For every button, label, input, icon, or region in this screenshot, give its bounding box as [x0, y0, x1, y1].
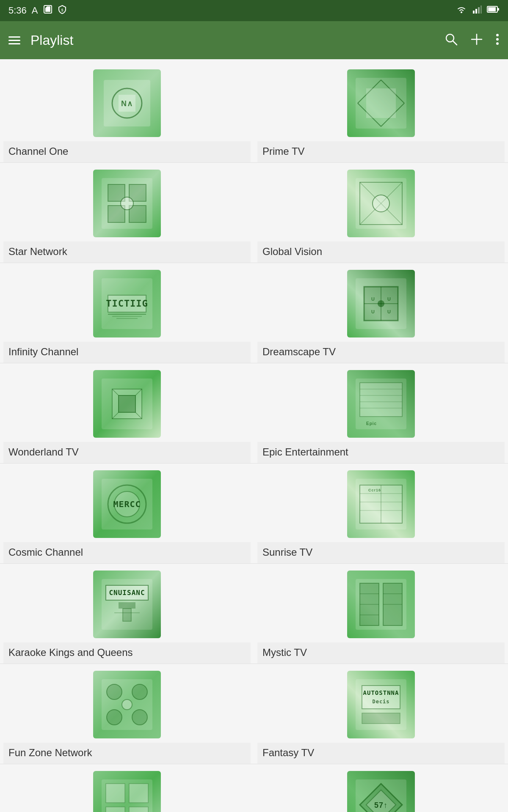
channel-item[interactable]: Ccr16 Sunrise TV: [254, 464, 508, 564]
channel-item[interactable]: Mystic TV: [254, 564, 508, 664]
svg-text:AUTOSTNNA: AUTOSTNNA: [363, 689, 399, 696]
svg-rect-57: [119, 395, 135, 412]
channel-item[interactable]: Sparkle Channel: [0, 764, 254, 812]
svg-point-96: [132, 684, 147, 700]
channel-item[interactable]: CNUISANC Karaoke Kings and Queens: [0, 564, 254, 664]
svg-point-17: [496, 38, 499, 41]
channel-thumbnail: [347, 571, 415, 638]
app-bar-actions: [444, 33, 500, 48]
channel-thumbnail: [93, 671, 161, 738]
channel-item[interactable]: Global Vision: [254, 163, 508, 263]
channel-thumbnail: Ccr16: [347, 470, 415, 538]
svg-text:U: U: [387, 309, 391, 314]
battery-icon: [487, 5, 500, 16]
svg-marker-2: [45, 6, 50, 8]
svg-rect-8: [480, 5, 482, 14]
channel-name: Infinity Channel: [3, 342, 251, 363]
svg-rect-106: [106, 784, 125, 803]
channel-item[interactable]: AUTOSTNNA Decis Fantasy TV: [254, 664, 508, 764]
search-button[interactable]: [444, 33, 458, 48]
channel-thumbnail: AUTOSTNNA Decis: [347, 671, 415, 738]
channel-item[interactable]: TICTIIG Infinity Channel: [0, 263, 254, 363]
channel-thumbnail: U U U U: [347, 270, 415, 337]
svg-point-97: [107, 710, 122, 725]
channel-item[interactable]: 57↑ Fantasy TV: [254, 764, 508, 812]
channel-thumbnail: [93, 170, 161, 237]
wifi-icon: [456, 5, 467, 16]
channel-name: Global Vision: [257, 241, 505, 263]
svg-text:Ccr16: Ccr16: [368, 488, 381, 492]
shield-icon: $: [58, 5, 67, 16]
status-bar: 5:36 A $: [0, 0, 508, 21]
channel-thumbnail: N∧: [93, 69, 161, 137]
more-button[interactable]: [495, 33, 500, 48]
svg-text:57↑: 57↑: [374, 801, 388, 809]
channel-thumbnail: 57↑: [347, 771, 415, 812]
channel-item[interactable]: Fun Zone Network: [0, 664, 254, 764]
svg-text:MERCC: MERCC: [113, 499, 141, 509]
svg-rect-5: [473, 11, 475, 14]
channel-item[interactable]: Epic Epic Entertainment: [254, 363, 508, 464]
channel-thumbnail: Epic: [347, 370, 415, 438]
channel-name: Epic Entertainment: [257, 442, 505, 463]
svg-text:N∧: N∧: [121, 99, 133, 108]
svg-point-98: [132, 710, 147, 725]
channel-item[interactable]: Star Network: [0, 163, 254, 263]
channel-name: Fun Zone Network: [3, 743, 251, 764]
channel-name: Star Network: [3, 241, 251, 263]
channel-item[interactable]: N∧ Channel One: [0, 63, 254, 163]
svg-point-18: [496, 42, 499, 45]
svg-rect-10: [488, 7, 496, 11]
svg-text:U: U: [371, 296, 375, 302]
channel-name: Channel One: [3, 141, 251, 162]
page-title: Playlist: [30, 33, 434, 48]
svg-rect-63: [360, 383, 402, 417]
notification-icon: A: [32, 5, 38, 16]
app-bar: Playlist: [0, 21, 508, 59]
signal-icon: [472, 5, 482, 16]
channel-name: Sunrise TV: [257, 542, 505, 563]
svg-rect-28: [366, 88, 396, 118]
svg-point-34: [121, 197, 133, 210]
svg-text:TICTIIG: TICTIIG: [106, 298, 148, 309]
channel-name: Karaoke Kings and Queens: [3, 642, 251, 664]
channel-thumbnail: TICTIIG: [93, 270, 161, 337]
svg-line-13: [453, 41, 457, 45]
add-button[interactable]: [470, 33, 483, 48]
channel-name: Dreamscape TV: [257, 342, 505, 363]
svg-rect-6: [475, 9, 477, 14]
channel-item[interactable]: U U U U Dreamscape TV: [254, 263, 508, 363]
svg-rect-83: [119, 602, 135, 609]
sim-icon: [43, 5, 52, 16]
channel-grid: N∧ Channel One Pri: [0, 63, 508, 812]
channel-thumbnail: [347, 69, 415, 137]
svg-text:Decis: Decis: [372, 699, 389, 705]
svg-rect-107: [129, 784, 148, 803]
channel-name: Mystic TV: [257, 642, 505, 664]
channel-thumbnail: CNUISANC: [93, 571, 161, 638]
svg-rect-84: [123, 609, 131, 621]
svg-point-99: [122, 700, 132, 710]
channel-thumbnail: [347, 170, 415, 237]
channel-item[interactable]: Prime TV: [254, 63, 508, 163]
svg-rect-104: [362, 713, 400, 724]
svg-rect-108: [106, 807, 125, 812]
svg-point-4: [461, 11, 462, 13]
content-area: N∧ Channel One Pri: [0, 59, 508, 812]
svg-point-16: [496, 34, 499, 36]
channel-name: Cosmic Channel: [3, 542, 251, 563]
svg-point-39: [373, 195, 389, 212]
channel-name: Wonderland TV: [3, 442, 251, 463]
channel-item[interactable]: MERCC Cosmic Channel: [0, 464, 254, 564]
svg-rect-7: [478, 7, 480, 14]
menu-button[interactable]: [8, 36, 20, 44]
svg-point-50: [378, 300, 384, 307]
svg-rect-11: [498, 8, 499, 11]
svg-point-95: [107, 684, 122, 700]
channel-item[interactable]: Wonderland TV: [0, 363, 254, 464]
svg-rect-1: [45, 8, 50, 12]
svg-text:CNUISANC: CNUISANC: [109, 589, 145, 597]
svg-text:Epic: Epic: [366, 421, 377, 426]
svg-text:U: U: [371, 309, 375, 314]
channel-thumbnail: [93, 370, 161, 438]
